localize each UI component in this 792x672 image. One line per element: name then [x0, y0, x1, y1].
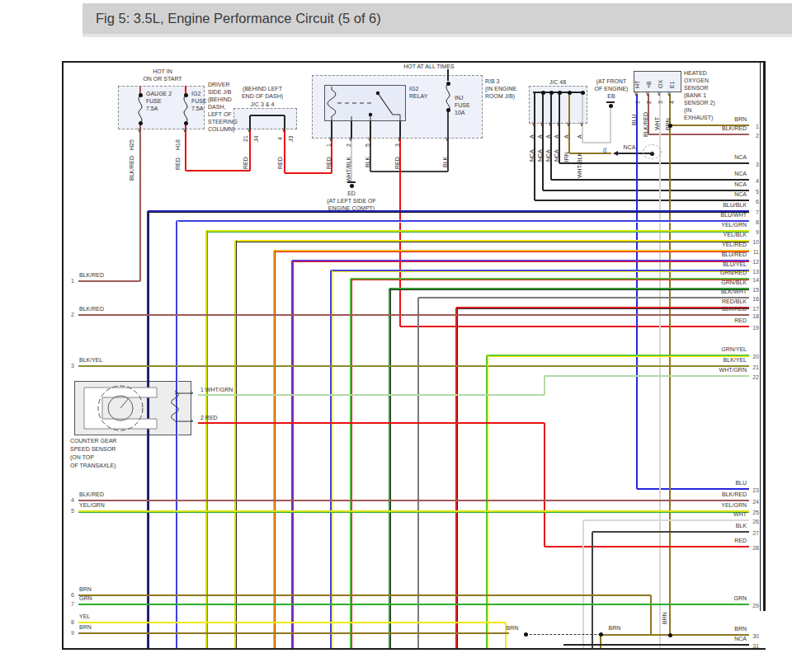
label: BLK/RED: [129, 156, 135, 181]
wire-w8-yel: [78, 622, 506, 623]
right-terminal-number-10: 10: [752, 239, 759, 245]
wire-w5-25: [78, 510, 749, 513]
label: H18: [175, 139, 182, 150]
connector-pin-icon: ∨: [579, 121, 584, 128]
right-terminal-label-29: GRN: [733, 595, 747, 601]
label: NCA: [529, 149, 535, 162]
left-terminal-label-7: GRN: [79, 595, 92, 601]
right-terminal-number-2: 2: [756, 133, 759, 139]
wire-gauge2-blkred: [139, 125, 141, 281]
label: 7.5A: [146, 106, 158, 112]
left-terminal-label-6: BRN: [79, 586, 92, 592]
label: BLU: [631, 114, 638, 125]
wire-w10: [234, 241, 237, 648]
label: ((: [603, 147, 607, 153]
wire-w22-whtgrn: [198, 394, 544, 396]
label: (ON TOP: [70, 454, 94, 461]
wire-o2-blu-23: [636, 94, 638, 489]
frame-bottom: [62, 648, 766, 650]
label: WHT/BLK: [346, 157, 352, 182]
right-terminal-number-27: 27: [752, 530, 759, 536]
label: DASH,: [208, 104, 225, 110]
label: END OF DASH): [242, 93, 283, 100]
label: ED: [347, 190, 356, 197]
junction-dot: [581, 91, 585, 95]
frame-top: [62, 61, 766, 63]
right-terminal-number-15: 15: [752, 287, 759, 293]
right-terminal-number-14: 14: [752, 277, 759, 283]
connector-pin-icon: ∨: [445, 136, 450, 143]
wire-o2-blu-23: [637, 488, 749, 490]
wire-jc48-nca-4: [551, 179, 749, 181]
label: IG2: [409, 86, 418, 92]
right-terminal-number-18: 18: [752, 313, 759, 319]
right-terminal-number-24: 24: [752, 499, 759, 505]
left-terminal-number-2: 2: [64, 312, 74, 317]
label: WHT/BLK: [577, 153, 583, 178]
wire-jc48-nca-6: [535, 200, 749, 201]
right-terminal-number-12: 12: [752, 259, 759, 265]
label: J4: [253, 136, 260, 142]
wire-w9: [205, 231, 208, 648]
left-terminal-label-3: BLK/YEL: [79, 357, 102, 363]
wire-jc48-nca-5: [542, 92, 544, 190]
right-terminal-label-20: GRN/YEL: [721, 346, 747, 352]
junction-dot: [524, 632, 528, 637]
label: (BANK 1: [684, 92, 706, 99]
wire-w30-brn: [601, 634, 749, 636]
counter-gear-sensor-icon: [74, 381, 198, 435]
label: HT: [634, 81, 641, 88]
label: GAUGE 2: [146, 91, 172, 97]
label: 4: [669, 101, 676, 104]
label: 3: [658, 101, 664, 104]
wire-o2-wht: [659, 94, 661, 648]
right-terminal-number-21: 21: [752, 364, 759, 370]
label: RED: [175, 157, 182, 170]
left-terminal-label-9: BRN: [79, 624, 92, 630]
wire-w16: [418, 297, 749, 298]
right-terminal-label-15: GRN/BLK: [721, 280, 747, 285]
wire-w8: [177, 220, 749, 223]
right-terminal-label-2: BLK/RED: [722, 125, 747, 131]
right-terminal-label-8: BLU/WHT: [721, 212, 747, 218]
label: BRN: [563, 152, 570, 164]
label: EXHAUST): [684, 115, 713, 121]
label: EB: [607, 93, 615, 100]
right-terminal-number-11: 11: [753, 249, 759, 255]
ground-eb-dot: [609, 104, 613, 108]
wire-w17: [456, 307, 749, 309]
junction-dot: [599, 632, 603, 637]
right-terminal-label-1: BRN: [734, 116, 747, 122]
label: HOT IN: [153, 68, 172, 75]
wire-o2-brn-1: [669, 94, 671, 635]
connector-pin-icon: ∨: [247, 127, 252, 134]
wire-w2-18: [78, 314, 749, 316]
right-terminal-number-30: 30: [752, 633, 759, 639]
label: ROOM J/B): [485, 93, 515, 100]
label: BLK: [442, 157, 449, 167]
wire-w31-nca: [563, 644, 749, 646]
right-terminal-number-4: 4: [756, 178, 759, 184]
connector-pin-icon: ∨: [281, 127, 286, 134]
right-terminal-label-3: NCA: [734, 154, 747, 160]
label: A: [554, 134, 560, 139]
right-terminal-label-27: BLK: [736, 523, 747, 529]
label: BLK/RED: [643, 112, 649, 137]
right-terminal-number-6: 6: [756, 199, 759, 204]
left-terminal-label-8: YEL: [79, 613, 90, 619]
inj-fuse-icon: [442, 80, 454, 115]
label: HEATED: [684, 70, 707, 77]
label: E1: [669, 81, 676, 88]
right-terminal-number-26: 26: [752, 519, 759, 524]
right-terminal-label-10: YEL/BLK: [724, 232, 747, 237]
connector-pin-icon: ∨: [137, 127, 142, 134]
wire-w22-whtgrn: [544, 376, 545, 395]
label: COUNTER GEAR: [70, 438, 116, 444]
right-terminal-label-17: RED/BLK: [722, 298, 747, 304]
connector-pin-icon: ∨: [182, 127, 187, 134]
label: 5: [365, 143, 371, 147]
label: 10A: [455, 110, 464, 116]
right-terminal-label-14: GRN/RED: [720, 270, 747, 275]
wire-w14: [350, 279, 352, 648]
wire-w4-24: [78, 500, 749, 501]
